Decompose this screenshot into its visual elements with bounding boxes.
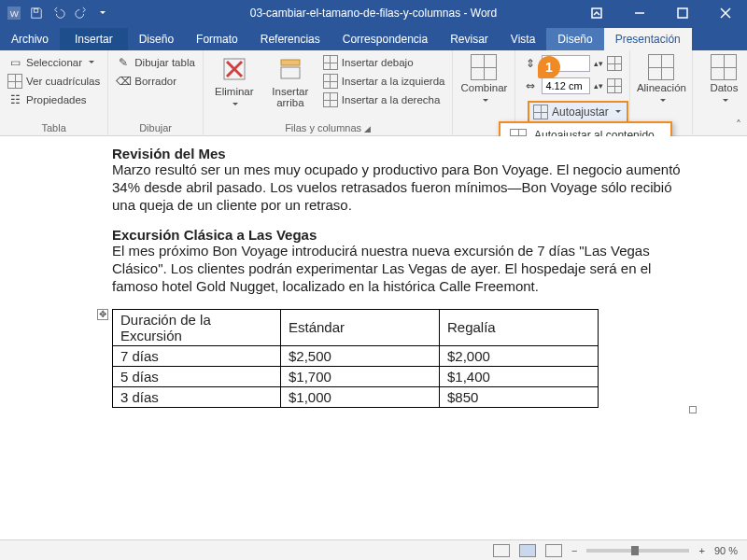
group-label-filas-columnas: Filas y columnas ◢ (209, 122, 447, 136)
tab-archivo[interactable]: Archivo (0, 28, 60, 50)
tab-formato[interactable]: Formato (185, 28, 249, 50)
zoom-level[interactable]: 90 % (714, 545, 738, 556)
tab-referencias[interactable]: Referencias (249, 28, 331, 50)
group-filas-columnas: Eliminar Insertar arriba Insertar debajo… (204, 50, 454, 136)
insert-above-icon (275, 54, 305, 84)
tab-insertar[interactable]: Insertar (60, 28, 128, 50)
view-web-layout[interactable] (545, 544, 562, 557)
statusbar: − + 90 % (0, 539, 747, 560)
paragraph-revision: Marzo resultó ser un mes muy ocupado y p… (112, 161, 691, 214)
tab-vista[interactable]: Vista (500, 28, 546, 50)
distribute-rows-icon[interactable] (607, 56, 622, 71)
ribbon-tabs: Archivo Insertar Diseño Formato Referenc… (0, 26, 747, 50)
ribbon-options-button[interactable] (575, 0, 618, 26)
cmd-insertar-debajo[interactable]: Insertar debajo (321, 54, 447, 71)
align-icon (648, 54, 674, 80)
cmd-ver-cuadriculas[interactable]: Ver cuadrículas (6, 73, 102, 90)
svg-rect-11 (281, 67, 300, 78)
table-resize-handle[interactable] (689, 406, 697, 413)
pencil-icon: ✎ (116, 55, 131, 70)
tab-diseno[interactable]: Diseño (128, 28, 185, 50)
cursor-icon: ▭ (7, 55, 22, 70)
cmd-borrador[interactable]: ⌫Borrador (114, 73, 197, 90)
eraser-icon: ⌫ (116, 74, 131, 89)
tab-table-diseno[interactable]: Diseño (546, 28, 603, 50)
zoom-in-button[interactable]: + (698, 545, 704, 556)
heading-excursion: Excursión Clásica a Las Vegas (112, 227, 691, 243)
cmd-insertar-izquierda[interactable]: Insertar a la izquierda (321, 73, 447, 90)
properties-icon: ☷ (7, 92, 22, 107)
cmd-propiedades[interactable]: ☷Propiedades (6, 91, 102, 108)
cmd-insertar-derecha[interactable]: Insertar a la derecha (321, 91, 447, 108)
autofit-icon (533, 105, 548, 119)
callout-1: 1 (538, 56, 560, 78)
merge-icon (471, 54, 497, 80)
zoom-slider[interactable] (586, 549, 689, 553)
close-button[interactable] (704, 0, 747, 26)
collapse-ribbon-button[interactable]: ˄ (736, 119, 741, 132)
paragraph-excursion: El mes próximo Bon Voyage introducirá nu… (112, 243, 691, 295)
delete-table-icon (219, 54, 249, 84)
cmd-col-width[interactable]: ⇔▴▾ (521, 77, 624, 95)
data-icon (711, 54, 737, 80)
tab-revisar[interactable]: Revisar (439, 28, 500, 50)
maximize-button[interactable] (661, 0, 704, 26)
table-move-handle[interactable]: ✥ (97, 309, 108, 320)
heading-revision: Revisión del Mes (112, 146, 691, 161)
svg-rect-12 (281, 60, 300, 65)
view-read-mode[interactable] (493, 544, 510, 557)
group-label-tabla: Tabla (6, 122, 102, 136)
cmd-insertar-arriba[interactable]: Insertar arriba (265, 54, 316, 108)
distribute-cols-icon[interactable] (607, 78, 622, 93)
document-area[interactable]: Revisión del Mes Marzo resultó ser un me… (0, 136, 747, 539)
cmd-autoajustar[interactable]: Autoajustar (528, 101, 628, 123)
cmd-combinar[interactable]: Combinar (458, 54, 509, 106)
group-label-dibujar: Dibujar (114, 122, 197, 136)
cmd-dibujar-tabla[interactable]: ✎Dibujar tabla (114, 54, 197, 71)
minimize-button[interactable] (618, 0, 661, 26)
cmd-row-height[interactable]: ⇕▴▾ (521, 54, 624, 73)
titlebar: W 03-cambiar-el-tamano-de-filas-y-column… (0, 0, 747, 26)
group-tabla: ▭Seleccionar Ver cuadrículas ☷Propiedade… (0, 50, 108, 136)
view-print-layout[interactable] (519, 544, 536, 557)
insert-below-icon (323, 55, 338, 70)
col-width-input[interactable] (542, 77, 590, 94)
tab-correspondencia[interactable]: Correspondencia (331, 28, 439, 50)
autofit-label: Autoajustar (552, 105, 609, 119)
col-width-icon: ⇔ (523, 78, 538, 93)
svg-rect-5 (678, 8, 687, 18)
zoom-out-button[interactable]: − (571, 545, 577, 556)
cmd-eliminar[interactable]: Eliminar (209, 54, 260, 110)
grid-icon (7, 74, 22, 89)
cmd-seleccionar[interactable]: ▭Seleccionar (6, 54, 102, 71)
price-table[interactable]: Duración de la ExcursiónEstándarRegalía7… (112, 309, 599, 408)
cmd-datos[interactable]: Datos (698, 54, 747, 106)
group-dibujar: ✎Dibujar tabla ⌫Borrador Dibujar (108, 50, 204, 136)
cmd-alineacion[interactable]: Alineación (636, 54, 686, 106)
row-height-icon: ⇕ (523, 56, 538, 71)
insert-left-icon (323, 74, 338, 89)
insert-right-icon (323, 92, 338, 107)
tab-table-presentacion[interactable]: Presentación (604, 28, 692, 50)
